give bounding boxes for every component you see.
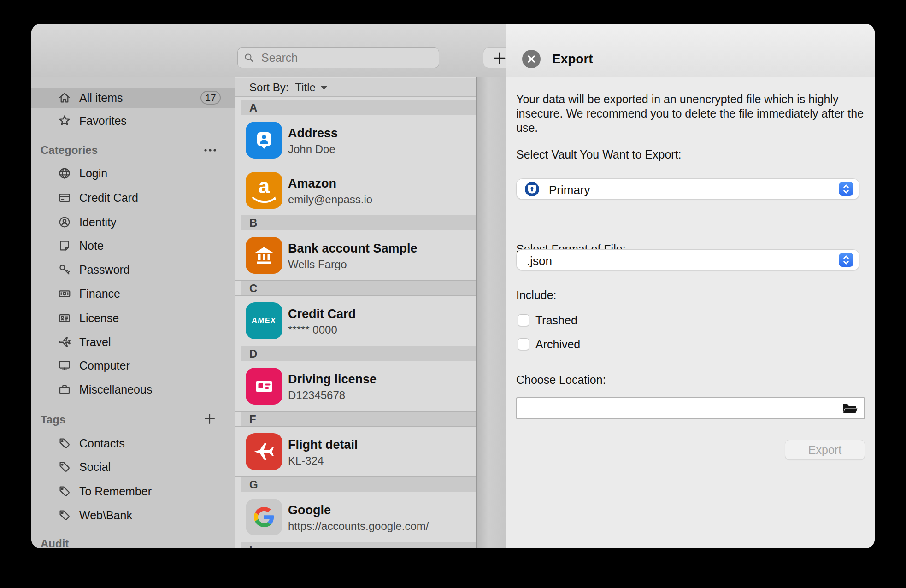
list-item-amazon[interactable]: a Amazon emily@enpass.io (235, 165, 477, 215)
sidebar-item-password[interactable]: Password (31, 259, 235, 280)
sidebar-item-label: Favorites (79, 114, 127, 128)
section-header-g: G (235, 476, 477, 492)
list-item-driving-license[interactable]: Driving license D12345678 (235, 361, 477, 411)
export-button[interactable]: Export (785, 440, 865, 460)
id-card-icon (58, 311, 71, 325)
ellipsis-icon (203, 147, 217, 153)
vault-select-value: Primary (549, 183, 590, 197)
sidebar: All Vaults 2 Vaults All items 17 Favorit… (31, 24, 235, 548)
sidebar-item-miscellaneous[interactable]: Miscellaneous (31, 379, 235, 400)
sort-by-label: Sort By: (249, 81, 288, 94)
star-icon (58, 114, 71, 128)
search-field[interactable] (237, 47, 439, 68)
flight-tile-icon (246, 433, 282, 470)
chevron-down-icon (321, 86, 327, 90)
tags-header: Tags (41, 413, 65, 426)
trashed-checkbox-label: Trashed (535, 314, 577, 327)
home-icon (58, 91, 71, 105)
address-tile-icon (246, 122, 282, 159)
person-circle-icon (58, 215, 71, 229)
google-tile-icon (246, 499, 282, 535)
select-stepper-icon[interactable] (839, 253, 853, 267)
format-select-value: .json (527, 254, 552, 268)
sort-by-control[interactable]: Sort By: Title (235, 78, 477, 97)
briefcase-icon (58, 382, 71, 396)
sidebar-item-license[interactable]: License (31, 308, 235, 328)
sidebar-tag-contacts[interactable]: Contacts (31, 433, 235, 453)
archived-checkbox-label: Archived (535, 338, 580, 351)
folder-icon (842, 402, 858, 415)
amex-tile-icon: AMEX (246, 302, 282, 339)
item-list: Sort By: Title A Address John Doe a Amaz (235, 77, 476, 548)
location-input[interactable] (522, 400, 841, 417)
export-panel-header (506, 24, 875, 77)
list-item-credit-card[interactable]: AMEX Credit Card ***** 0000 (235, 296, 477, 346)
sidebar-tag-web-bank[interactable]: Web\Bank (31, 505, 235, 525)
all-items-count-badge: 17 (200, 91, 221, 105)
select-stepper-icon[interactable] (839, 182, 853, 196)
sidebar-item-finance[interactable]: Finance (31, 283, 235, 304)
tag-icon (58, 508, 71, 522)
banknote-icon (58, 287, 71, 300)
sidebar-item-favorites[interactable]: Favorites (31, 111, 235, 131)
list-item-google[interactable]: Google https://accounts.google.com/ (235, 492, 477, 542)
sidebar-tag-social[interactable]: Social (31, 457, 235, 477)
section-header-b: B (235, 215, 477, 230)
amazon-tile-icon: a (246, 172, 282, 209)
archived-checkbox[interactable] (518, 338, 529, 350)
audit-header: Audit (41, 537, 69, 548)
credit-card-icon (58, 191, 71, 205)
tag-icon (58, 460, 71, 474)
select-vault-label: Select Vault You Want to Export: (516, 148, 682, 161)
list-item-address[interactable]: Address John Doe (235, 115, 477, 165)
tag-icon (58, 436, 71, 450)
bank-tile-icon (246, 237, 282, 274)
sidebar-item-computer[interactable]: Computer (31, 355, 235, 376)
location-field[interactable] (516, 397, 865, 419)
note-icon (58, 239, 71, 253)
airplane-icon (58, 335, 71, 349)
globe-icon (58, 166, 71, 180)
sidebar-item-travel[interactable]: Travel (31, 332, 235, 352)
categories-header: Categories (41, 144, 98, 157)
sidebar-item-note[interactable]: Note (31, 235, 235, 256)
include-label: Include: (516, 288, 557, 302)
section-header-i: I (235, 542, 477, 548)
tag-icon (58, 484, 71, 498)
list-scrollbar-lane[interactable] (476, 77, 506, 548)
key-icon (58, 263, 71, 276)
sidebar-tag-to-remember[interactable]: To Remember (31, 481, 235, 501)
section-header-f: F (235, 411, 477, 427)
enpass-window: All Vaults 2 Vaults All items 17 Favorit… (31, 24, 875, 548)
list-item-flight-detail[interactable]: Flight detail KL-324 (235, 427, 477, 476)
close-icon (527, 55, 535, 63)
choose-location-label: Choose Location: (516, 373, 606, 387)
export-warning-text: Your data will be exported in an unencry… (516, 92, 865, 135)
screen-background: All Vaults 2 Vaults All items 17 Favorit… (0, 0, 906, 588)
sidebar-item-label: All items (79, 91, 123, 105)
sidebar-item-credit-card[interactable]: Credit Card (31, 188, 235, 208)
section-header-d: D (235, 346, 477, 361)
export-panel-title: Export (552, 52, 593, 66)
plus-icon (204, 413, 216, 425)
sidebar-item-identity[interactable]: Identity (31, 212, 235, 232)
close-export-button[interactable] (522, 50, 541, 68)
trashed-checkbox[interactable] (518, 314, 529, 326)
enpass-vault-icon (525, 182, 539, 196)
section-header-a: A (235, 100, 477, 115)
plus-icon (492, 50, 507, 66)
export-panel: Export Your data will be exported in an … (506, 24, 875, 548)
vault-select[interactable]: Primary (516, 178, 859, 200)
section-header-c: C (235, 280, 477, 296)
sidebar-item-login[interactable]: Login (31, 163, 235, 183)
monitor-icon (58, 359, 71, 372)
search-icon (244, 53, 255, 64)
sort-by-value: Title (295, 81, 315, 94)
format-select[interactable]: .json (516, 249, 859, 270)
browse-location-button[interactable] (842, 402, 858, 415)
list-item-bank-account[interactable]: Bank account Sample Wells Fargo (235, 230, 477, 280)
categories-more-button[interactable] (203, 147, 217, 152)
add-tag-button[interactable] (204, 413, 216, 425)
search-input[interactable] (260, 51, 428, 65)
license-tile-icon (246, 368, 282, 405)
